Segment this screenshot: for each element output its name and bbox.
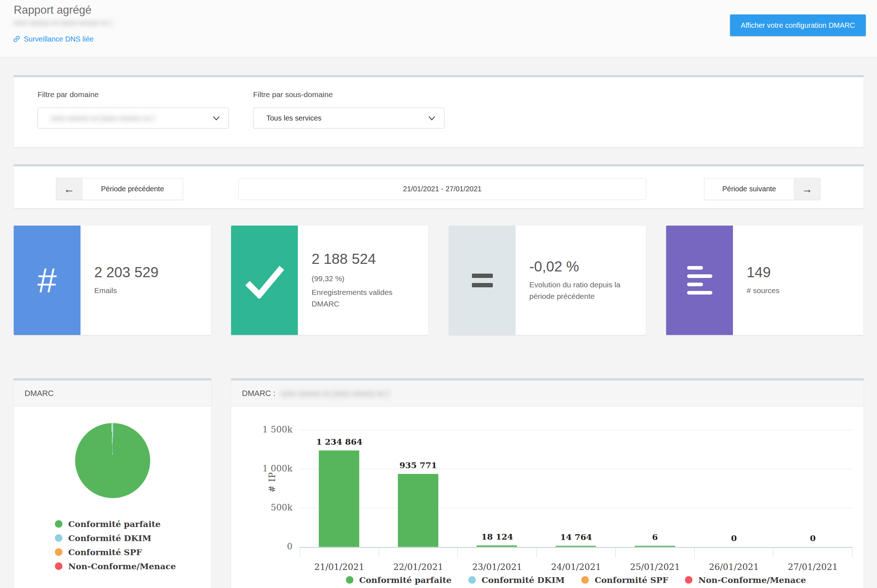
pie-chart-area: Conformité parfaiteConformité DKIMConfor… <box>14 409 211 588</box>
show-dmarc-config-button[interactable]: Afficher votre configuration DMARC <box>730 15 866 36</box>
next-period-button[interactable]: Période suivante → <box>704 178 820 200</box>
sources-label: # sources <box>747 285 854 296</box>
subdomain-filter-value: Tous les services <box>266 114 428 122</box>
legend-dot-icon <box>55 562 63 570</box>
bar-legend-item[interactable]: Conformité DKIM <box>468 574 565 585</box>
page-title: Rapport agrégé <box>14 4 92 16</box>
bar-value-label: 6 <box>616 532 695 542</box>
valid-dmarc-label: Enregistrements valides DMARC <box>312 286 419 310</box>
pie-legend-item[interactable]: Non-Conforme/Menace <box>55 559 176 573</box>
legend-dot-icon <box>55 548 63 556</box>
x-axis-tick-label: 21/01/2021 <box>300 562 379 572</box>
checkmark-icon <box>231 226 298 335</box>
pie-legend: Conformité parfaiteConformité DKIMConfor… <box>55 517 176 573</box>
legend-label: Conformité SPF <box>68 547 142 557</box>
previous-period-label: Période précédente <box>82 178 183 200</box>
chevron-down-icon <box>213 116 220 120</box>
legend-label: Conformité DKIM <box>68 533 151 543</box>
legend-label: Conformité DKIM <box>482 575 565 585</box>
stat-card-emails: # 2 203 529 Emails <box>14 226 211 335</box>
x-axis-tickmark <box>852 547 853 557</box>
x-axis-tickmark <box>773 547 773 557</box>
valid-dmarc-percent: (99,32 %) <box>312 273 419 284</box>
bar-value-label: 935 771 <box>379 460 458 470</box>
y-axis-tick-label: 1 000k <box>249 464 293 474</box>
legend-dot-icon <box>346 576 353 584</box>
legend-dot-icon <box>685 576 692 584</box>
subdomain-filter-label: Filtre par sous-domaine <box>253 90 445 99</box>
legend-dot-icon <box>468 576 476 584</box>
bar-value-label: 1 234 864 <box>300 437 379 447</box>
ratio-evolution-value: -0,02 % <box>529 258 637 275</box>
bar[interactable] <box>556 546 596 547</box>
legend-label: Conformité parfaite <box>359 575 452 585</box>
bar[interactable] <box>319 450 359 547</box>
bar-value-label: 14 764 <box>536 532 616 542</box>
arrow-left-icon: ← <box>56 178 82 200</box>
legend-dot-icon <box>581 576 589 584</box>
y-axis-tick-label: 0 <box>249 542 293 552</box>
x-axis-tick-label: 26/01/2021 <box>694 562 773 572</box>
arrow-right-icon: → <box>794 178 820 200</box>
sources-count: 149 <box>747 264 854 280</box>
dmarc-pie-panel: DMARC Conformité parfaiteConformité DKIM… <box>14 378 211 588</box>
previous-period-button[interactable]: ← Période précédente <box>56 178 183 200</box>
pie-legend-item[interactable]: Conformité DKIM <box>55 531 176 545</box>
bar-legend-item[interactable]: Conformité SPF <box>581 574 668 585</box>
bar[interactable] <box>635 546 675 547</box>
chevron-down-icon <box>428 116 435 120</box>
bar-chart-legend: Conformité parfaiteConformité DKIMConfor… <box>300 574 852 585</box>
domain-filter-select[interactable]: xxxx xxxxxx xx (xxxx xxxxxx xx ) <box>38 108 229 129</box>
link-icon <box>12 34 21 44</box>
filters-card: Filtre par domaine xxxx xxxxxx xx (xxxx … <box>14 75 863 147</box>
ratio-evolution-label: Evolution du ratio depuis la période pré… <box>529 279 637 302</box>
legend-label: Non-Conforme/Menace <box>698 575 806 585</box>
period-date-range-field[interactable]: 21/01/2021 - 27/01/2021 <box>238 178 646 200</box>
pie-legend-item[interactable]: Conformité parfaite <box>55 517 176 531</box>
bar-legend-item[interactable]: Conformité parfaite <box>346 574 452 585</box>
bar-value-label: 0 <box>694 533 773 543</box>
bar[interactable] <box>477 545 517 547</box>
hash-icon: # <box>14 226 81 335</box>
bar[interactable] <box>398 474 438 547</box>
legend-dot-icon <box>55 534 63 542</box>
top-header: Rapport agrégé xxxx xxxxxx xx (xxxx-xxxx… <box>0 0 877 57</box>
dns-monitoring-link-label: Surveillance DNS liée <box>24 35 93 44</box>
domain-filter-group: Filtre par domaine xxxx xxxxxx xx (xxxx … <box>38 90 229 129</box>
subdomain-filter-select[interactable]: Tous les services <box>253 108 445 129</box>
x-axis-tickmark <box>694 547 695 557</box>
stat-card-ratio-evolution: -0,02 % Evolution du ratio depuis la pér… <box>449 226 646 335</box>
dns-monitoring-link[interactable]: Surveillance DNS liée <box>12 34 93 44</box>
x-axis-tick-label: 27/01/2021 <box>773 562 853 572</box>
redacted-bar-panel-domain: xxxx xxxxxx xx (xxxx xxxxxx xx ) <box>281 389 389 398</box>
x-axis-tick-label: 25/01/2021 <box>616 562 695 572</box>
x-axis-tickmark <box>379 547 379 557</box>
dmarc-bar-panel: DMARC : xxxx xxxxxx xx (xxxx xxxxxx xx )… <box>231 378 863 588</box>
pie-legend-item[interactable]: Conformité SPF <box>55 545 176 559</box>
x-axis-tickmark <box>300 547 300 557</box>
x-axis-tick-label: 22/01/2021 <box>379 562 458 572</box>
period-navigation-card: ← Période précédente 21/01/2021 - 27/01/… <box>14 164 863 208</box>
aggregate-report-page: Rapport agrégé xxxx xxxxxx xx (xxxx-xxxx… <box>0 0 877 588</box>
y-axis-tick-label: 500k <box>249 502 293 513</box>
legend-label: Non-Conforme/Menace <box>68 561 176 571</box>
gridline <box>300 430 852 430</box>
domain-filter-value: xxxx xxxxxx xx (xxxx xxxxxx xx ) <box>51 114 213 122</box>
next-period-label: Période suivante <box>704 178 794 200</box>
bar-legend-item[interactable]: Non-Conforme/Menace <box>685 574 806 585</box>
legend-label: Conformité SPF <box>595 575 668 585</box>
list-icon <box>666 226 733 335</box>
emails-label: Emails <box>94 285 202 296</box>
legend-dot-icon <box>55 520 63 528</box>
x-axis-line <box>300 547 852 548</box>
gridline <box>300 508 852 508</box>
y-axis-tick-label: 1 500k <box>249 424 293 435</box>
x-axis-tick-label: 24/01/2021 <box>536 562 616 572</box>
bar-value-label: 0 <box>773 533 853 543</box>
stat-card-valid-dmarc: 2 188 524 (99,32 %) Enregistrements vali… <box>231 226 428 335</box>
stat-card-sources: 149 # sources <box>666 226 863 335</box>
subdomain-filter-group: Filtre par sous-domaine Tous les service… <box>253 90 445 129</box>
dmarc-pie-chart[interactable] <box>75 423 150 498</box>
bar-value-label: 18 124 <box>458 532 536 542</box>
bar-chart-area: # IP Conformité parfaiteConformité DKIMC… <box>231 409 863 588</box>
